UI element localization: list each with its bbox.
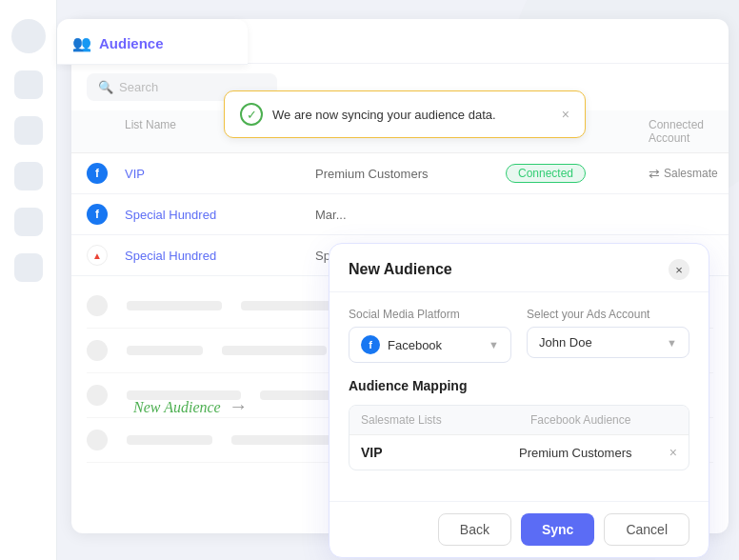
social-platform-select[interactable]: f Facebook ▼ <box>349 327 511 363</box>
social-platform-label: Social Media Platform <box>349 308 511 321</box>
sidebar-item-1[interactable] <box>11 19 46 53</box>
ads-account-select[interactable]: John Doe ▼ <box>527 327 689 358</box>
list-name-special2: Special Hundred <box>125 249 315 263</box>
facebook-icon: f <box>87 204 108 225</box>
panel-title: Audience <box>99 35 164 51</box>
list-name-special: Special Hundred <box>125 208 315 222</box>
app-header-panel: 👥 Audience <box>57 19 248 65</box>
social-platform-field: Social Media Platform f Facebook ▼ <box>349 308 511 363</box>
modal-body: Social Media Platform f Facebook ▼ Selec… <box>330 292 709 501</box>
ads-account-label: Select your Ads Account <box>527 308 689 321</box>
ads-account-value: John Doe <box>539 335 592 350</box>
table-row: f Special Hundred Mar... <box>71 194 729 235</box>
salesmate-icon: ⇄ <box>649 166 660 181</box>
status-badge: Connected <box>506 164 586 183</box>
sidebar-item-3[interactable] <box>14 116 43 145</box>
check-icon: ✓ <box>240 103 263 126</box>
new-audience-annotation: New Audience → <box>133 395 248 417</box>
search-input[interactable]: Search <box>119 80 158 94</box>
notification-text: We are now syncing your audience data. <box>272 108 552 122</box>
close-button[interactable]: × <box>562 107 569 122</box>
sidebar-item-4[interactable] <box>14 162 43 190</box>
cancel-button[interactable]: Cancel <box>604 513 689 546</box>
ads-account-field: Select your Ads Account John Doe ▼ <box>527 308 689 363</box>
google-icon: ▲ <box>87 245 108 266</box>
annotation-label: New Audience <box>133 399 221 415</box>
mapping-list-name: VIP <box>361 445 519 460</box>
table-row: f VIP Premium Customers Connected ⇄ Sale… <box>71 153 729 194</box>
audience-mapping-title: Audience Mapping <box>349 378 689 393</box>
sidebar-item-5[interactable] <box>14 208 43 236</box>
remove-mapping-button[interactable]: × <box>669 445 677 460</box>
modal-header: New Audience × <box>330 244 709 292</box>
modal-title: New Audience <box>349 261 452 278</box>
search-icon: 🔍 <box>98 80 113 94</box>
audience-mapping-table: Salesmate Lists Facebook Audience VIP Pr… <box>349 405 689 470</box>
facebook-icon: f <box>87 163 108 184</box>
modal-footer: Back Sync Cancel <box>330 501 709 557</box>
modal-platform-row: Social Media Platform f Facebook ▼ Selec… <box>349 308 689 363</box>
back-button[interactable]: Back <box>438 513 511 546</box>
new-audience-modal: New Audience × Social Media Platform f F… <box>329 243 709 558</box>
sidebar <box>0 0 57 560</box>
annotation-arrow: → <box>229 395 248 416</box>
notification-banner: ✓ We are now syncing your audience data.… <box>224 90 586 138</box>
audience-panel-icon: 👥 <box>72 34 91 52</box>
mapping-table-row: VIP Premium Customers × <box>350 435 689 470</box>
panel-header: 👥 Audience <box>57 19 248 65</box>
mapping-audience-name: Premium Customers × <box>519 445 677 460</box>
sync-button[interactable]: Sync <box>521 513 594 546</box>
sidebar-item-6[interactable] <box>14 253 43 282</box>
chevron-down-icon: ▼ <box>489 339 499 350</box>
facebook-badge: f <box>361 335 380 354</box>
sidebar-item-2[interactable] <box>14 70 43 99</box>
list-name-vip: VIP <box>125 167 315 181</box>
mapping-table-header: Salesmate Lists Facebook Audience <box>350 406 689 435</box>
chevron-down-icon-2: ▼ <box>667 337 677 349</box>
social-platform-value: Facebook <box>388 338 442 352</box>
modal-close-button[interactable]: × <box>669 259 689 280</box>
